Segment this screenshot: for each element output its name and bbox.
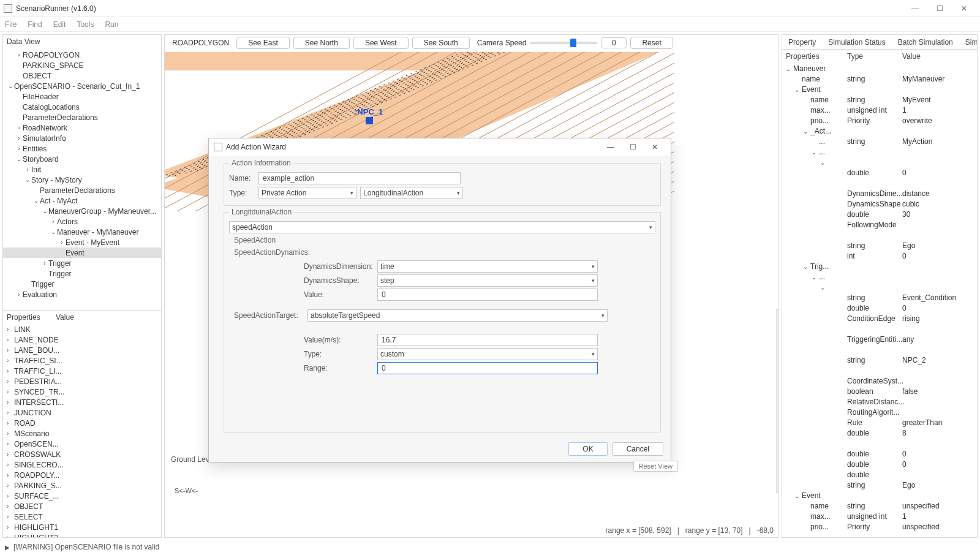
left-prop-row[interactable]: ›PEDESTRIA... — [3, 376, 161, 387]
property-row[interactable]: stringEvent_Condition — [782, 292, 977, 303]
property-row[interactable] — [782, 323, 977, 334]
tree-node[interactable]: ›Actors — [3, 216, 161, 227]
see-west-button[interactable]: See West — [353, 37, 409, 49]
ok-button[interactable]: OK — [568, 442, 607, 456]
property-row[interactable] — [782, 438, 977, 448]
tree-node[interactable]: ›RoadNetwork — [3, 123, 161, 133]
property-row[interactable] — [782, 365, 977, 376]
data-view-tree[interactable]: ›ROADPOLYGONPARKING_SPACEOBJECT⌄OpenSCEN… — [3, 48, 161, 311]
camera-speed-value[interactable]: 0 — [601, 37, 627, 48]
property-row[interactable]: ⌄ — [782, 157, 977, 167]
tab-simulati[interactable]: Simulati — [959, 38, 977, 47]
left-prop-row[interactable]: ›PARKING_S... — [3, 480, 161, 491]
property-row[interactable]: RulegreaterThan — [782, 417, 977, 428]
close-button[interactable]: ✕ — [952, 0, 976, 17]
tree-node[interactable]: ⌄OpenSCENARIO - Scenario_Cut_In_1 — [3, 81, 161, 91]
property-row[interactable]: int0 — [782, 251, 977, 261]
left-prop-row[interactable]: ›HIGHLIGHT1 — [3, 522, 161, 532]
property-row[interactable]: namestringMyManeuver — [782, 74, 977, 84]
property-row[interactable] — [782, 230, 977, 240]
see-north-button[interactable]: See North — [293, 37, 350, 49]
menu-find[interactable]: Find — [28, 20, 42, 29]
scrollbar-stub[interactable] — [776, 309, 779, 493]
dialog-minimize-button[interactable]: — — [600, 138, 622, 156]
tree-node[interactable]: ›Trigger — [3, 258, 161, 268]
camera-speed-slider[interactable] — [530, 42, 597, 44]
property-row[interactable]: stringEgo — [782, 240, 977, 251]
tree-node[interactable]: ⌄ManeuverGroup - MyManeuver... — [3, 206, 161, 216]
left-prop-row[interactable]: ›SURFACE_... — [3, 491, 161, 501]
left-prop-row[interactable]: ›LANE_BOU... — [3, 345, 161, 355]
tree-node[interactable]: ›Entities — [3, 143, 161, 154]
dialog-maximize-button[interactable]: ☐ — [622, 138, 644, 156]
tree-node[interactable]: ›Init — [3, 164, 161, 175]
value-ms-input[interactable] — [377, 334, 598, 346]
property-row[interactable]: DynamicsDime...distance — [782, 188, 977, 198]
left-prop-row[interactable]: ›OpenSCEN... — [3, 439, 161, 449]
property-row[interactable]: ⌄_Act... — [782, 126, 977, 136]
tree-node[interactable]: ›ROADPOLYGON — [3, 50, 161, 60]
left-prop-row[interactable]: ›LINK — [3, 324, 161, 334]
cancel-button[interactable]: Cancel — [612, 442, 663, 456]
menu-tools[interactable]: Tools — [77, 20, 94, 29]
property-row[interactable]: ⌄Event — [782, 490, 977, 500]
property-row[interactable]: double — [782, 469, 977, 480]
property-row[interactable]: RoutingAlgorit... — [782, 407, 977, 417]
tree-node[interactable]: ParameterDeclarations — [3, 112, 161, 123]
property-row[interactable]: double0 — [782, 167, 977, 178]
property-row[interactable]: FollowingMode — [782, 219, 977, 230]
property-row[interactable]: ⌄Event — [782, 84, 977, 94]
left-prop-row[interactable]: ›MScenario — [3, 428, 161, 439]
tree-node[interactable]: ›Event - MyEvent — [3, 237, 161, 247]
property-row[interactable]: double30 — [782, 209, 977, 219]
left-prop-row[interactable]: ›TRAFFIC_LI... — [3, 366, 161, 376]
dyn-value-input[interactable] — [377, 289, 598, 301]
property-row[interactable] — [782, 178, 977, 188]
property-row[interactable]: namestringMyEvent — [782, 94, 977, 105]
property-row[interactable]: stringEgo — [782, 480, 977, 490]
property-row[interactable]: prio...Priorityoverwrite — [782, 115, 977, 126]
property-row[interactable]: ⌄Maneuver — [782, 63, 977, 74]
tree-node[interactable]: ⌄Story - MyStory — [3, 175, 161, 185]
property-row[interactable]: ConditionEdgerising — [782, 313, 977, 323]
left-prop-row[interactable]: ›JUNCTION — [3, 407, 161, 418]
property-row[interactable]: ⌄Trig... — [782, 261, 977, 271]
see-east-button[interactable]: See East — [236, 37, 290, 49]
property-row[interactable]: CoordinateSyst... — [782, 376, 977, 386]
name-input[interactable] — [258, 172, 461, 184]
property-row[interactable]: ⌄... — [782, 271, 977, 282]
speed-action-select[interactable]: speedAction▾ — [229, 221, 655, 233]
dialog-close-button[interactable]: ✕ — [644, 138, 666, 156]
left-prop-row[interactable]: ›HIGHLIGHT2 — [3, 532, 161, 537]
tree-node[interactable]: CatalogLocations — [3, 102, 161, 112]
menu-file[interactable]: File — [5, 20, 17, 29]
subtype-select[interactable]: LongitudinalAction▾ — [360, 187, 463, 199]
menu-run[interactable]: Run — [105, 20, 118, 29]
property-row[interactable]: booleanfalse — [782, 386, 977, 396]
range-input[interactable] — [377, 362, 598, 374]
dyn-shape-select[interactable]: step▾ — [377, 274, 598, 287]
left-prop-row[interactable]: ›OBJECT — [3, 501, 161, 512]
maximize-button[interactable]: ☐ — [927, 0, 952, 17]
tree-node[interactable]: OBJECT — [3, 70, 161, 81]
property-row[interactable] — [782, 344, 977, 355]
property-row[interactable]: TriggeringEntiti...any — [782, 334, 977, 344]
see-south-button[interactable]: See South — [412, 37, 470, 49]
left-prop-row[interactable]: ›LANE_NODE — [3, 334, 161, 345]
property-row[interactable]: double0 — [782, 459, 977, 469]
property-row[interactable]: max...unsigned int1 — [782, 105, 977, 115]
left-prop-row[interactable]: ›INTERSECTI... — [3, 397, 161, 407]
status-caret-icon[interactable]: ▶ — [5, 544, 10, 551]
left-prop-row[interactable]: ›ROAD — [3, 418, 161, 428]
tree-node[interactable]: Event — [3, 247, 161, 258]
property-row[interactable]: double0 — [782, 448, 977, 459]
npc-marker[interactable] — [366, 117, 373, 124]
property-row[interactable]: ⌄... — [782, 146, 977, 157]
speed-type-select[interactable]: custom▾ — [377, 348, 598, 360]
tab-batch-sim[interactable]: Batch Simulation — [892, 38, 959, 47]
reset-button[interactable]: Reset — [630, 37, 673, 49]
left-prop-row[interactable]: ›SINGLECRO... — [3, 459, 161, 470]
left-prop-row[interactable]: ›CROSSWALK — [3, 449, 161, 459]
property-row[interactable]: DynamicsShapecubic — [782, 198, 977, 209]
target-select[interactable]: absoluteTargetSpeed▾ — [307, 309, 608, 322]
